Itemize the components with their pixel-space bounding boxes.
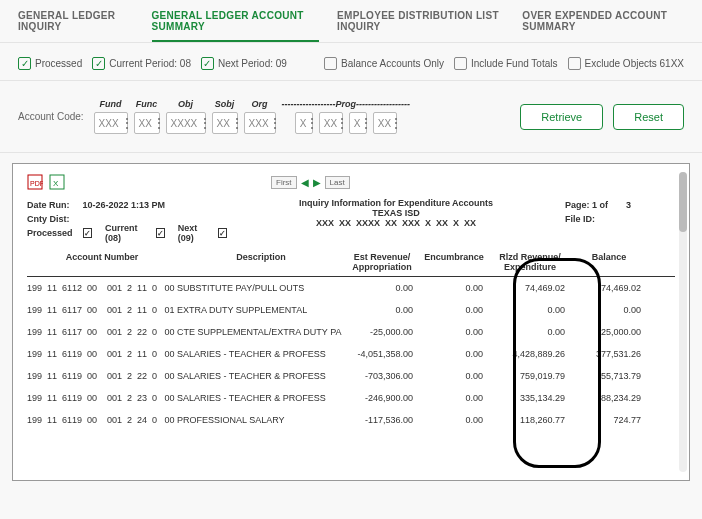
last-page-button[interactable]: Last: [325, 176, 350, 189]
check-icon: ✓: [18, 57, 31, 70]
cell-est-revenue: 0.00: [345, 305, 419, 315]
cell-encumbrance: 0.00: [419, 371, 489, 381]
col-balance: Balance: [571, 252, 647, 272]
account-seg-org: Org XXX: [244, 99, 276, 134]
account-seg-fund: Fund XXX: [94, 99, 128, 134]
cnty-dist-label: Cnty Dist:: [27, 214, 70, 224]
reset-button[interactable]: Reset: [613, 104, 684, 130]
org-input[interactable]: XXX: [244, 112, 276, 134]
svg-text:X: X: [53, 179, 59, 188]
table-row: 199 11 6119 00 001 2 23 0 00SALARIES - T…: [27, 387, 675, 409]
cell-balance: 377,531.26: [571, 349, 647, 359]
account-seg-sobj: Sobj XX: [212, 99, 238, 134]
col-account-number: Account Number: [27, 252, 177, 272]
cell-est-revenue: -703,306.00: [345, 371, 419, 381]
cell-rlzd-revenue: 118,260.77: [489, 415, 571, 425]
cell-account-number: 199 11 6119 00 001 2 24 0 00: [27, 415, 177, 425]
cell-balance: 55,713.79: [571, 371, 647, 381]
cell-account-number: 199 11 6119 00 001 2 11 0 00: [27, 349, 177, 359]
col-encumbrance: Encumbrance: [419, 252, 489, 272]
scrollbar[interactable]: [679, 172, 687, 472]
date-run-label: Date Run:: [27, 200, 70, 210]
grid-body: 199 11 6112 00 001 2 11 0 00SUBSTITUTE P…: [27, 277, 675, 431]
table-row: 199 11 6117 00 001 2 22 0 00CTE SUPPLEME…: [27, 321, 675, 343]
cell-account-number: 199 11 6119 00 001 2 23 0 00: [27, 393, 177, 403]
cell-description: SUBSTITUTE PAY/PULL OUTS: [177, 283, 345, 293]
cell-balance: 74,469.02: [571, 283, 647, 293]
checkbox-balance-accounts-only[interactable]: Balance Accounts Only: [324, 57, 444, 70]
seg-label: Obj: [178, 99, 193, 109]
checkbox-label: Processed: [35, 58, 82, 69]
cell-account-number: 199 11 6112 00 001 2 11 0 00: [27, 283, 177, 293]
first-page-button[interactable]: First: [271, 176, 297, 189]
grid-header: Account Number Description Est Revenue/A…: [27, 244, 675, 277]
report-title: Inquiry Information for Expenditure Acco…: [227, 198, 565, 208]
cell-rlzd-revenue: 4,428,889.26: [489, 349, 571, 359]
prog3-input[interactable]: X: [349, 112, 367, 134]
cell-est-revenue: -4,051,358.00: [345, 349, 419, 359]
check-icon: [324, 57, 337, 70]
account-seg-obj: Obj XXXX: [166, 99, 206, 134]
col-est-revenue: Est Revenue/Appropriation: [345, 252, 419, 272]
cell-rlzd-revenue: 0.00: [489, 327, 571, 337]
excel-icon[interactable]: X: [49, 174, 65, 190]
page-label: Page: 1 of: [565, 200, 608, 210]
prog1-input[interactable]: X: [295, 112, 313, 134]
checkbox-next-period[interactable]: ✓ Next Period: 09: [201, 57, 287, 70]
next-label: Next (09): [178, 223, 208, 243]
prev-page-icon[interactable]: ◀: [301, 177, 309, 188]
check-icon: [568, 57, 581, 70]
date-run-value: 10-26-2022 1:13 PM: [83, 200, 166, 210]
sobj-input[interactable]: XX: [212, 112, 238, 134]
col-rlzd-revenue: Rlzd Revenue/Expenditure: [489, 252, 571, 272]
checkbox-processed[interactable]: ✓ Processed: [18, 57, 82, 70]
cell-encumbrance: 0.00: [419, 415, 489, 425]
seg-label: Func: [136, 99, 158, 109]
pdf-icon[interactable]: PDF: [27, 174, 43, 190]
tab-general-ledger-inquiry[interactable]: GENERAL LEDGER INQUIRY: [18, 10, 134, 42]
cell-account-number: 199 11 6119 00 001 2 22 0 00: [27, 371, 177, 381]
checkbox-current-period[interactable]: ✓ Current Period: 08: [92, 57, 191, 70]
cell-est-revenue: -25,000.00: [345, 327, 419, 337]
cell-rlzd-revenue: 335,134.29: [489, 393, 571, 403]
col-description: Description: [177, 252, 345, 272]
report-toolbar: PDF X First ◀ ▶ Last: [27, 174, 675, 190]
cell-description: SALARIES - TEACHER & PROFESS: [177, 349, 345, 359]
cell-balance: 0.00: [571, 305, 647, 315]
cell-est-revenue: 0.00: [345, 283, 419, 293]
cell-description: SALARIES - TEACHER & PROFESS: [177, 393, 345, 403]
tab-general-ledger-account-summary[interactable]: GENERAL LEDGER ACCOUNT SUMMARY: [152, 10, 320, 42]
obj-input[interactable]: XXXX: [166, 112, 206, 134]
current-label: Current (08): [105, 223, 145, 243]
report-panel: PDF X First ◀ ▶ Last Date Run: 10-26-202…: [12, 163, 690, 481]
fund-input[interactable]: XXX: [94, 112, 128, 134]
report-mask: XXX XX XXXX XX XXX X XX X XX: [227, 218, 565, 228]
checkbox-include-fund-totals[interactable]: Include Fund Totals: [454, 57, 558, 70]
prog4-input[interactable]: XX: [373, 112, 397, 134]
processed-label: Processed: [27, 228, 73, 238]
table-row: 199 11 6117 00 001 2 11 0 01EXTRA DUTY S…: [27, 299, 675, 321]
next-page-icon[interactable]: ▶: [313, 177, 321, 188]
checkbox-exclude-objects-61xx[interactable]: Exclude Objects 61XX: [568, 57, 685, 70]
checkbox-label: Exclude Objects 61XX: [585, 58, 685, 69]
func-input[interactable]: XX: [134, 112, 160, 134]
tab-over-expended-account-summary[interactable]: OVER EXPENDED ACCOUNT SUMMARY: [522, 10, 684, 42]
tab-employee-distribution-list-inquiry[interactable]: EMPLOYEE DISTRIBUTION LIST INQUIRY: [337, 10, 504, 42]
account-code-label: Account Code:: [18, 111, 84, 122]
prog2-input[interactable]: XX: [319, 112, 343, 134]
scrollbar-thumb[interactable]: [679, 172, 687, 232]
seg-label: Fund: [100, 99, 122, 109]
seg-label: Sobj: [215, 99, 235, 109]
cell-balance: -25,000.00: [571, 327, 647, 337]
cell-encumbrance: 0.00: [419, 349, 489, 359]
report-org: TEXAS ISD: [227, 208, 565, 218]
check-icon: ✓: [218, 228, 227, 238]
retrieve-button[interactable]: Retrieve: [520, 104, 603, 130]
cell-encumbrance: 0.00: [419, 327, 489, 337]
check-icon: ✓: [83, 228, 92, 238]
cell-encumbrance: 0.00: [419, 305, 489, 315]
cell-account-number: 199 11 6117 00 001 2 22 0 00: [27, 327, 177, 337]
cell-rlzd-revenue: 74,469.02: [489, 283, 571, 293]
table-row: 199 11 6119 00 001 2 11 0 00SALARIES - T…: [27, 343, 675, 365]
cell-encumbrance: 0.00: [419, 283, 489, 293]
